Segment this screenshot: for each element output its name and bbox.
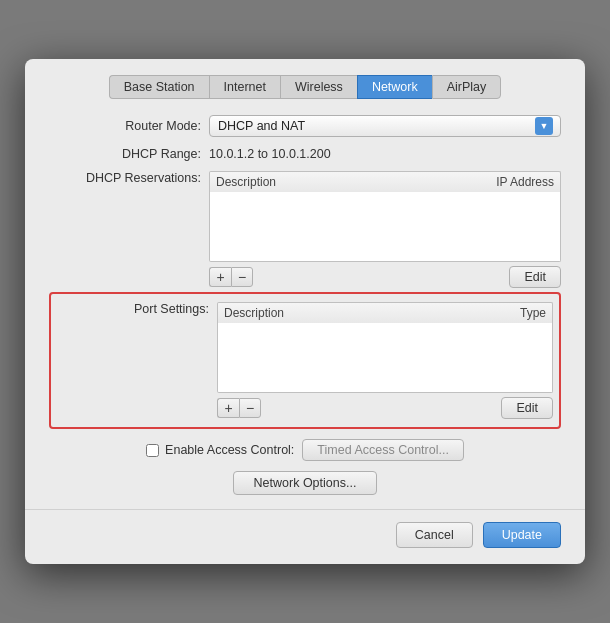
network-options-button[interactable]: Network Options... [233,471,378,495]
router-mode-select[interactable]: DHCP and NAT [209,115,561,137]
port-edit-button[interactable]: Edit [501,397,553,419]
dhcp-col-ip: IP Address [385,175,554,189]
port-add-button[interactable]: + [217,398,239,418]
tab-airplay[interactable]: AirPlay [432,75,502,99]
content-area: Router Mode: DHCP and NAT DHCP Range: 10… [25,115,585,495]
port-col-type: Type [385,306,546,320]
tab-wireless[interactable]: Wireless [280,75,357,99]
dhcp-remove-button[interactable]: − [231,267,253,287]
update-button[interactable]: Update [483,522,561,548]
dialog-window: Base Station Internet Wireless Network A… [25,59,585,564]
cancel-button[interactable]: Cancel [396,522,473,548]
port-table-body [217,323,553,393]
dhcp-range-value: 10.0.1.2 to 10.0.1.200 [209,147,331,161]
dhcp-add-remove-group: + − [209,267,253,287]
bottom-buttons: Cancel Update [25,509,585,548]
port-col-description: Description [224,306,385,320]
dhcp-edit-button[interactable]: Edit [509,266,561,288]
port-table-header: Description Type [217,302,553,323]
router-mode-row: Router Mode: DHCP and NAT [49,115,561,137]
port-settings-section: Port Settings: Description Type + − Edit [49,292,561,429]
dhcp-range-label: DHCP Range: [49,147,209,161]
router-mode-label: Router Mode: [49,119,209,133]
access-control-checkbox[interactable] [146,444,159,457]
port-add-remove-group: + − [217,398,261,418]
dhcp-buttons-row: + − Edit [209,266,561,288]
router-mode-select-wrapper: DHCP and NAT [209,115,561,137]
dhcp-reservations-row: DHCP Reservations: Description IP Addres… [49,171,561,288]
dhcp-range-row: DHCP Range: 10.0.1.2 to 10.0.1.200 [49,147,561,161]
tab-network[interactable]: Network [357,75,432,99]
tab-base-station[interactable]: Base Station [109,75,209,99]
port-remove-button[interactable]: − [239,398,261,418]
dhcp-add-button[interactable]: + [209,267,231,287]
tab-bar: Base Station Internet Wireless Network A… [25,75,585,99]
tab-internet[interactable]: Internet [209,75,280,99]
dhcp-table-body [209,192,561,262]
dhcp-reservations-label: DHCP Reservations: [49,171,209,185]
port-settings-label: Port Settings: [57,302,217,316]
access-control-label: Enable Access Control: [165,443,294,457]
port-settings-row: Port Settings: Description Type + − Edit [57,302,553,419]
timed-access-button[interactable]: Timed Access Control... [302,439,464,461]
port-buttons-row: + − Edit [217,397,553,419]
network-options-row: Network Options... [49,471,561,495]
dhcp-table-header: Description IP Address [209,171,561,192]
dhcp-col-description: Description [216,175,385,189]
access-control-row: Enable Access Control: Timed Access Cont… [49,439,561,461]
port-table-area: Description Type + − Edit [217,302,553,419]
dhcp-table-area: Description IP Address + − Edit [209,171,561,288]
